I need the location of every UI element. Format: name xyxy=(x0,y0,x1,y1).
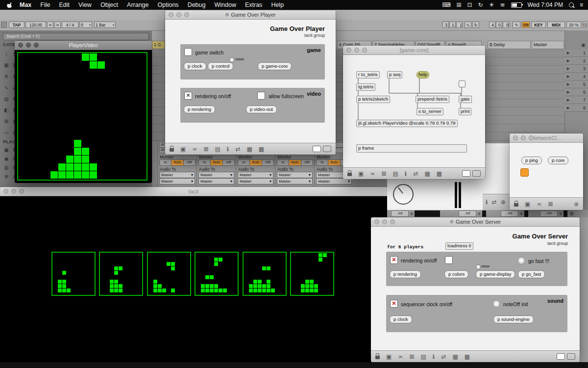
menu-item[interactable]: Object xyxy=(96,1,122,8)
scene-row[interactable]: ▶6 xyxy=(564,88,588,96)
patch-cords-icon[interactable]: ≍ xyxy=(537,201,541,207)
monitor-auto-button[interactable]: Auto xyxy=(171,159,183,166)
secondary-checkbox[interactable] xyxy=(445,256,453,264)
lock-icon[interactable] xyxy=(514,203,518,207)
disconnect-icon[interactable]: ⊠ xyxy=(409,354,414,360)
nudge-down-button[interactable]: llll xyxy=(47,22,53,28)
display-icon[interactable]: ⊡ xyxy=(467,1,472,8)
reset-button[interactable] xyxy=(229,57,234,62)
monitor-off-button[interactable]: Off xyxy=(301,159,313,166)
quantization-chooser[interactable]: 1 Bar▾ xyxy=(94,22,116,28)
notification-center-icon[interactable]: ≡ xyxy=(580,1,583,8)
swap-icon[interactable]: ⇄ xyxy=(413,171,418,177)
device-knob[interactable] xyxy=(393,184,414,205)
menu-item[interactable]: Debug xyxy=(183,1,210,8)
swap-icon[interactable]: ⇄ xyxy=(235,146,240,152)
max-object-print[interactable]: print xyxy=(459,108,471,115)
capture-icon[interactable]: ▤ xyxy=(215,146,220,152)
monitor-auto-button[interactable]: Auto xyxy=(328,159,340,166)
track-volume-display[interactable]: -Inf xyxy=(391,210,409,217)
io-section-toggle-icon[interactable]: ◉ xyxy=(581,42,586,48)
max-object-p-seq[interactable]: p seq xyxy=(387,71,402,79)
computer-midi-keyboard-icon[interactable]: ⌨ xyxy=(522,22,530,28)
monitor-off-button[interactable]: Off xyxy=(222,159,235,166)
p-clock-button[interactable]: p clock xyxy=(184,62,206,70)
scene-launch-icon[interactable]: ▶ xyxy=(567,59,569,63)
brightness-icon[interactable]: ☀ xyxy=(489,1,494,8)
patch-cords-icon[interactable]: ≍ xyxy=(192,146,197,152)
scene-launch-icon[interactable]: ▶ xyxy=(567,82,569,86)
minimize-button[interactable] xyxy=(26,43,31,48)
max-object-prepend-tetris[interactable]: prepend /tetris xyxy=(416,96,449,103)
new-object-icon[interactable]: ▣ xyxy=(180,146,186,152)
max-object-loadmess[interactable]: loadmess 0 xyxy=(445,242,473,250)
close-button[interactable] xyxy=(3,189,8,194)
snap-icon[interactable]: ▩ xyxy=(259,146,264,152)
p-clock-button[interactable]: p clock xyxy=(390,315,412,323)
monitor-off-button[interactable]: Off xyxy=(262,159,274,166)
patching-mode-toggle[interactable] xyxy=(313,146,321,152)
key-map-button[interactable]: KEY xyxy=(531,22,546,28)
presentation-mode-toggle[interactable] xyxy=(472,170,481,177)
menu-item[interactable]: Help xyxy=(267,1,288,8)
search-input[interactable]: Search (Cmd + F) xyxy=(3,33,149,40)
max-object-p-frame[interactable]: p frame xyxy=(356,144,467,153)
max-object-jit-gl-sketch[interactable]: jit.gl.sketch PlayerVideo @scale 0.79 0.… xyxy=(356,120,458,127)
menu-item[interactable]: Edit xyxy=(54,1,74,8)
menu-item[interactable]: Arrange xyxy=(122,1,153,8)
monitor-auto-button[interactable]: Auto xyxy=(210,159,222,166)
patching-mode-toggle[interactable] xyxy=(462,170,470,177)
loop-length-units[interactable]: 0 xyxy=(503,22,509,28)
crossfader-icon[interactable]: ⊕ xyxy=(569,210,574,217)
p-game-display-button[interactable]: p game-display xyxy=(476,270,515,278)
output-channel-chooser[interactable]: Master▾ xyxy=(198,178,234,184)
patch-cords-icon[interactable]: ≍ xyxy=(398,354,403,360)
track-header-1[interactable]: 1 G xyxy=(152,41,165,49)
link-toggle[interactable] xyxy=(1,22,7,28)
new-object-icon[interactable]: ▣ xyxy=(386,354,392,360)
audio-to-chooser[interactable]: Master▾ xyxy=(238,172,273,178)
loop-length-bars[interactable]: 4. xyxy=(489,22,495,28)
menu-item[interactable]: File xyxy=(36,1,54,8)
lock-icon[interactable] xyxy=(347,173,352,176)
track-volume-display[interactable]: -Inf xyxy=(459,210,476,217)
close-button[interactable] xyxy=(18,43,23,48)
disconnect-icon[interactable]: ⊠ xyxy=(548,201,553,207)
wifi-icon[interactable]: ≋ xyxy=(500,1,505,8)
max-button-p-ping[interactable]: p ping xyxy=(521,157,542,164)
disconnect-icon[interactable]: ⊠ xyxy=(381,171,386,177)
scene-row[interactable]: ▶1 xyxy=(564,49,588,57)
track-volume-display[interactable]: -Inf xyxy=(501,210,518,217)
menu-item[interactable]: Window xyxy=(210,1,240,8)
add-icon[interactable]: ⊕ xyxy=(501,199,506,205)
apple-logo-icon[interactable] xyxy=(7,1,13,9)
clear-button[interactable] xyxy=(476,264,481,269)
time-signature[interactable]: 4 / 4 xyxy=(62,22,78,28)
minimize-button[interactable] xyxy=(11,189,16,194)
zoom-button[interactable] xyxy=(390,219,395,224)
zoom-button[interactable] xyxy=(529,135,534,140)
info-icon[interactable]: ℹ xyxy=(227,146,229,152)
presentation-mode-toggle[interactable] xyxy=(323,146,331,152)
audio-to-chooser[interactable]: Master▾ xyxy=(198,172,234,178)
track-volume-display[interactable]: -Inf xyxy=(540,210,558,217)
scene-row[interactable]: ▶2 xyxy=(564,57,588,65)
scene-row[interactable]: ▶4 xyxy=(564,73,588,80)
minimize-button[interactable] xyxy=(176,12,181,17)
add-icon[interactable]: ⊕ xyxy=(574,201,579,207)
audio-to-chooser[interactable]: Master▾ xyxy=(277,172,313,178)
fullscreen-checkbox[interactable] xyxy=(257,92,265,100)
info-icon[interactable]: ℹ xyxy=(433,354,435,360)
spotlight-icon[interactable] xyxy=(569,2,574,7)
close-button[interactable] xyxy=(346,48,351,53)
scene-row[interactable]: ▶8 xyxy=(564,104,588,112)
app-menu[interactable]: Max xyxy=(15,1,36,8)
grid-icon[interactable]: ▦ xyxy=(424,171,430,177)
patching-mode-toggle[interactable] xyxy=(557,353,565,360)
capture-icon[interactable]: ▤ xyxy=(392,171,398,177)
arrangement-position-units[interactable]: 1 xyxy=(456,22,463,28)
monitor-auto-button[interactable]: Auto xyxy=(289,159,301,166)
menu-item[interactable]: View xyxy=(74,1,96,8)
monitor-in-button[interactable]: In xyxy=(238,159,250,166)
orange-toggle[interactable] xyxy=(520,168,529,177)
